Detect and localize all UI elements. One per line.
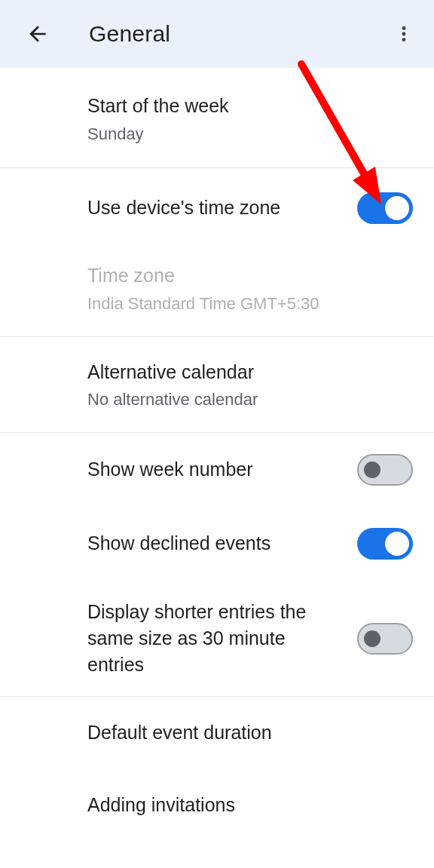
use-device-tz-title: Use device's time zone [87, 195, 344, 221]
toggle-knob [364, 462, 381, 478]
time-zone-title: Time zone [87, 263, 413, 289]
svg-point-1 [402, 32, 406, 36]
row-use-device-time-zone[interactable]: Use device's time zone [0, 168, 434, 248]
start-of-week-sub: Sunday [87, 124, 413, 146]
time-zone-sub: India Standard Time GMT+5:30 [87, 293, 413, 315]
row-display-shorter-entries[interactable]: Display shorter entries the same size as… [0, 581, 434, 696]
more-vertical-icon [394, 24, 414, 44]
row-start-of-week[interactable]: Start of the week Sunday [0, 68, 434, 167]
toggle-knob [364, 630, 381, 647]
display-shorter-title: Display shorter entries the same size as… [87, 599, 329, 678]
show-week-number-title: Show week number [87, 457, 344, 483]
row-show-week-number[interactable]: Show week number [0, 433, 434, 507]
default-duration-title: Default event duration [87, 720, 413, 746]
page-title: General [89, 21, 387, 47]
alt-calendar-sub: No alternative calendar [87, 389, 413, 411]
row-default-event-duration[interactable]: Default event duration [0, 697, 434, 769]
row-add-video-conferencing[interactable]: Add video conferencing [0, 842, 434, 868]
toggle-show-declined-events[interactable] [357, 528, 413, 560]
section-more: Default event duration Adding invitation… [0, 697, 434, 868]
start-of-week-title: Start of the week [87, 94, 413, 119]
section-alt-calendar: Alternative calendar No alternative cale… [0, 337, 434, 433]
toggle-display-shorter-entries[interactable] [357, 623, 413, 655]
header-bar: General [0, 0, 434, 68]
toggle-knob [385, 196, 409, 220]
toggle-use-device-time-zone[interactable] [357, 192, 413, 224]
more-menu-button[interactable] [387, 17, 420, 51]
row-show-declined-events[interactable]: Show declined events [0, 507, 434, 581]
section-start-of-week: Start of the week Sunday [0, 68, 434, 168]
alt-calendar-title: Alternative calendar [87, 360, 413, 385]
svg-point-0 [402, 26, 406, 30]
svg-point-2 [402, 38, 406, 41]
row-time-zone: Time zone India Standard Time GMT+5:30 [0, 248, 434, 336]
toggle-knob [385, 532, 409, 556]
toggle-show-week-number[interactable] [357, 454, 413, 486]
row-adding-invitations[interactable]: Adding invitations [0, 769, 434, 842]
section-display-options: Show week number Show declined events Di… [0, 433, 434, 697]
arrow-left-icon [26, 22, 50, 46]
row-alternative-calendar[interactable]: Alternative calendar No alternative cale… [0, 337, 434, 432]
back-arrow-icon[interactable] [21, 17, 54, 51]
show-declined-title: Show declined events [87, 531, 344, 557]
section-time-zone: Use device's time zone Time zone India S… [0, 168, 434, 336]
adding-invitations-title: Adding invitations [87, 793, 413, 818]
